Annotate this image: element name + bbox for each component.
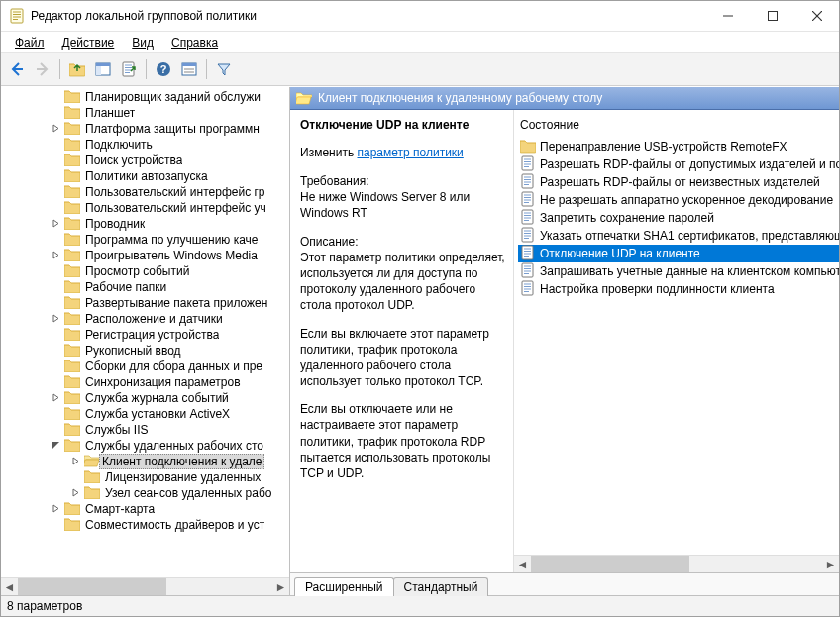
- expand-icon[interactable]: [49, 502, 62, 516]
- settings-list-item[interactable]: Разрешать RDP-файлы от допустимых издате…: [518, 155, 839, 173]
- settings-list-item[interactable]: Запретить сохранение паролей: [518, 209, 839, 227]
- tree-item[interactable]: Сборки для сбора данных и пре: [1, 359, 289, 374]
- svg-rect-15: [96, 63, 110, 66]
- tree-item[interactable]: Смарт-карта: [1, 501, 289, 517]
- tree-hscrollbar[interactable]: ◄ ►: [1, 577, 289, 595]
- tree-item[interactable]: Платформа защиты программн: [1, 121, 289, 137]
- tab-standard[interactable]: Стандартный: [393, 577, 489, 596]
- scroll-right-icon[interactable]: ►: [272, 578, 289, 595]
- toolbar-back-button[interactable]: [5, 57, 29, 81]
- minimize-icon: [723, 11, 733, 21]
- tree-item[interactable]: Поиск устройства: [1, 153, 289, 168]
- settings-list-item[interactable]: Перенаправление USB-устройств RemoteFX: [518, 138, 839, 155]
- expand-icon[interactable]: [49, 122, 62, 136]
- menu-file[interactable]: Файл: [7, 34, 52, 51]
- edit-policy-link[interactable]: параметр политики: [357, 146, 463, 159]
- tree-item[interactable]: Синхронизация параметров: [1, 374, 289, 390]
- settings-list-item[interactable]: Настройка проверки подлинности клиента: [518, 280, 839, 298]
- tree-item[interactable]: Рукописный ввод: [1, 343, 289, 359]
- folder-icon: [64, 137, 80, 154]
- tree-item[interactable]: Службы IIS: [1, 422, 289, 438]
- expand-icon[interactable]: [49, 217, 62, 231]
- scroll-left-icon[interactable]: ◄: [514, 556, 531, 572]
- scroll-right-icon[interactable]: ►: [822, 556, 839, 572]
- app-window: Редактор локальной групповой политики Фа…: [0, 0, 840, 617]
- tree-item-label: Клиент подключения к удале: [99, 454, 264, 469]
- export-icon: [121, 61, 137, 77]
- tree-item-label: Проигрыватель Windows Media: [82, 249, 258, 262]
- settings-list-item-label: Настройка проверки подлинности клиента: [540, 282, 775, 296]
- setting-icon: [520, 155, 536, 173]
- folder-icon: [64, 153, 80, 169]
- scroll-left-icon[interactable]: ◄: [1, 578, 18, 595]
- scroll-thumb[interactable]: [531, 556, 689, 572]
- maximize-button[interactable]: [750, 2, 794, 31]
- menu-view[interactable]: Вид: [124, 34, 161, 51]
- tree-item[interactable]: Регистрация устройства: [1, 327, 289, 343]
- expand-icon[interactable]: [49, 249, 62, 262]
- tree-item[interactable]: Узел сеансов удаленных рабо: [1, 485, 289, 501]
- minimize-button[interactable]: [705, 2, 750, 31]
- close-button[interactable]: [794, 2, 839, 31]
- toolbar-export-button[interactable]: [117, 57, 141, 81]
- tree-item[interactable]: Рабочие папки: [1, 279, 289, 295]
- settings-list-item[interactable]: Не разрешать аппаратно ускоренное декоди…: [518, 191, 839, 209]
- settings-list-item[interactable]: Отключение UDP на клиенте: [518, 245, 839, 262]
- arrow-left-icon: [9, 61, 25, 77]
- expand-icon[interactable]: [68, 455, 82, 468]
- folder-icon: [84, 485, 100, 502]
- scroll-thumb[interactable]: [18, 578, 166, 595]
- tree-item[interactable]: Расположение и датчики: [1, 311, 289, 327]
- settings-list-item[interactable]: Запрашивать учетные данные на клиентском…: [518, 262, 839, 280]
- toolbar-props-button[interactable]: [177, 57, 201, 81]
- tree-item[interactable]: Политики автозапуска: [1, 168, 289, 184]
- tree-scroll-wrap[interactable]: Планировщик заданий обслужиПланшетПлатфо…: [1, 87, 289, 577]
- menu-action[interactable]: Действие: [54, 34, 123, 51]
- tree-item[interactable]: Программа по улучшению каче: [1, 232, 289, 248]
- toolbar-filter-button[interactable]: [212, 57, 236, 81]
- collapse-icon[interactable]: [49, 439, 62, 453]
- tree-item[interactable]: Развертывание пакета приложен: [1, 295, 289, 311]
- list-column-header[interactable]: Состояние: [514, 110, 839, 138]
- tree-item[interactable]: Просмотр событий: [1, 263, 289, 279]
- selected-policy-title: Отключение UDP на клиенте: [300, 118, 505, 132]
- tree-item[interactable]: Клиент подключения к удале: [1, 454, 289, 469]
- tree-item[interactable]: Пользовательский интерфейс уч: [1, 200, 289, 216]
- settings-list-item[interactable]: Указать отпечатки SHA1 сертификатов, пре…: [518, 227, 839, 245]
- tree-item[interactable]: Подключить: [1, 137, 289, 153]
- tree-item[interactable]: Служба установки ActiveX: [1, 406, 289, 422]
- folder-icon: [64, 295, 80, 312]
- tree-item[interactable]: Совместимость драйверов и уст: [1, 517, 289, 533]
- tab-extended[interactable]: Расширенный: [294, 577, 394, 596]
- expand-icon[interactable]: [49, 312, 62, 326]
- settings-list-item[interactable]: Разрешать RDP-файлы от неизвестных издат…: [518, 173, 839, 191]
- app-icon: [9, 8, 25, 24]
- tree-item[interactable]: Планшет: [1, 105, 289, 121]
- toolbar-help-button[interactable]: ?: [152, 57, 175, 81]
- tree-item[interactable]: Пользовательский интерфейс гр: [1, 184, 289, 200]
- client-area: Планировщик заданий обслужиПланшетПлатфо…: [1, 86, 839, 595]
- svg-rect-16: [96, 66, 101, 75]
- expand-icon[interactable]: [49, 391, 62, 405]
- settings-list: Перенаправление USB-устройств RemoteFXРа…: [514, 138, 839, 555]
- list-hscrollbar[interactable]: ◄ ►: [514, 555, 839, 572]
- tree-item[interactable]: Проигрыватель Windows Media: [1, 248, 289, 263]
- tree-item[interactable]: Проводник: [1, 216, 289, 232]
- expand-icon[interactable]: [68, 486, 82, 500]
- tree-item[interactable]: Планировщик заданий обслужи: [1, 89, 289, 105]
- toolbar-panel-button[interactable]: [91, 57, 115, 81]
- toolbar-separator: [59, 59, 60, 79]
- folder-up-icon: [69, 61, 85, 77]
- folder-icon: [64, 374, 80, 391]
- setting-icon: [520, 262, 536, 280]
- tree-item[interactable]: Лицензирование удаленных: [1, 469, 289, 485]
- menu-help[interactable]: Справка: [163, 34, 226, 51]
- description-block: Описание: Этот параметр политики определ…: [300, 234, 505, 314]
- toolbar-forward-button[interactable]: [31, 57, 54, 81]
- tree-item-label: Совместимость драйверов и уст: [82, 518, 264, 532]
- tree-item[interactable]: Служба журнала событий: [1, 390, 289, 406]
- toolbar-up-button[interactable]: [65, 57, 89, 81]
- edit-policy-line: Изменить параметр политики: [300, 146, 505, 159]
- folder-icon: [64, 406, 80, 423]
- tree-item[interactable]: Службы удаленных рабочих сто: [1, 438, 289, 454]
